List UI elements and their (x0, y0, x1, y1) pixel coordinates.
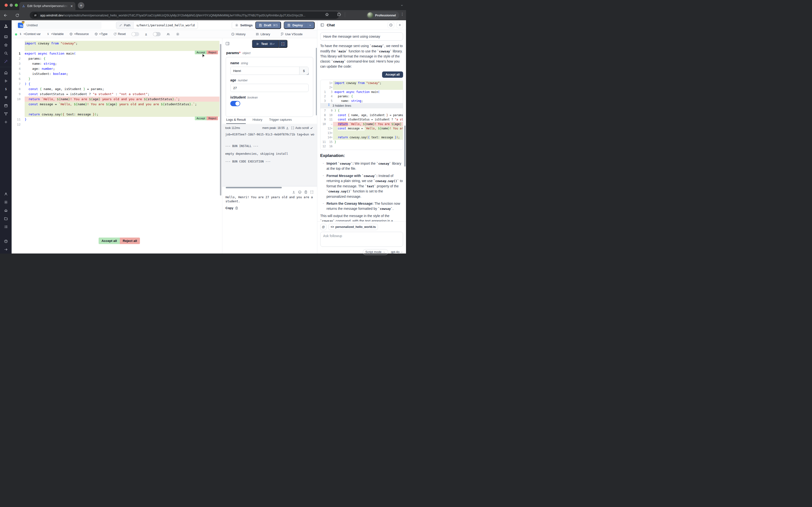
check-icon (310, 126, 313, 130)
name-input[interactable]: Henri$ (230, 67, 309, 75)
windmill-logo[interactable] (2, 22, 10, 30)
browser-profile-chip[interactable]: Professionnel (366, 11, 399, 19)
hidden-lines-row[interactable]: 3 hidden lines (320, 103, 403, 108)
browser-menu-icon[interactable]: ⋮ (400, 12, 404, 16)
mention-button[interactable]: @ (320, 224, 326, 230)
collapse-sidebar-icon[interactable] (2, 245, 10, 253)
chat-history-button[interactable] (388, 22, 394, 28)
chat-messages[interactable]: Have the message sent using cowsay To ha… (317, 30, 406, 221)
deploy-button[interactable]: Deploy (284, 21, 315, 29)
toolbar-history[interactable]: History (231, 32, 246, 36)
accept-hunk-button[interactable]: Accept (195, 116, 207, 120)
toolbar-variable[interactable]: $+Variable (46, 32, 63, 36)
accept-all-button[interactable]: Accept all (99, 237, 120, 244)
info-icon[interactable] (298, 190, 302, 194)
followup-input[interactable] (320, 232, 403, 247)
settings-button[interactable]: Settings (232, 21, 256, 29)
variables-icon[interactable]: $ (2, 85, 10, 93)
traffic-light-zoom[interactable] (15, 4, 18, 7)
toolbar-use-vscode[interactable]: Use VScode (280, 32, 303, 36)
avatar (367, 12, 373, 18)
age-input[interactable]: 27 (230, 84, 309, 92)
toolbar-contextvar[interactable]: $+Context var (19, 32, 41, 36)
code-icon: <> (331, 225, 334, 229)
path-field[interactable]: Path u/henri/personalized_hello_world (116, 21, 198, 29)
browser-tab[interactable]: Edit Script u/henri/personalized_hello_w… (19, 2, 75, 10)
capture-mode-button[interactable] (278, 40, 287, 48)
model-select[interactable]: gpt-4o (391, 250, 403, 253)
code-editor[interactable]: import cowsay from "cowsay";1export asyn… (12, 38, 222, 253)
audit-logs-icon[interactable] (2, 223, 10, 231)
favorites-icon[interactable] (2, 41, 10, 49)
add-icon[interactable] (2, 118, 10, 126)
workers-icon[interactable] (2, 207, 10, 214)
close-tab-icon[interactable]: ✕ (70, 4, 73, 8)
copy-result-button[interactable]: Copy (225, 206, 238, 210)
toolbar-resource[interactable]: +Resource (69, 32, 89, 36)
reload-icon[interactable] (15, 13, 19, 17)
script-title-input[interactable]: Untitled (27, 23, 38, 27)
traffic-light-minimize[interactable] (10, 4, 13, 7)
collapse-chat-icon[interactable] (320, 23, 324, 27)
download-result-icon[interactable] (292, 190, 296, 194)
search-icon[interactable] (2, 49, 10, 57)
ai-builder-icon[interactable] (2, 57, 10, 65)
tab-logs---result[interactable]: Logs & Result (226, 118, 246, 124)
autoscroll-label[interactable]: Auto scroll (295, 126, 309, 130)
chat-scrollbar[interactable] (404, 125, 406, 167)
collapse-panel-icon[interactable] (225, 41, 230, 46)
line-number (12, 46, 24, 51)
diff-mode-toggle[interactable] (132, 32, 139, 36)
new-chat-button[interactable] (397, 22, 403, 28)
tab-search-icon[interactable] (400, 3, 404, 7)
script-title-box[interactable]: TS🤠 Untitled (15, 21, 101, 29)
runs-icon[interactable] (2, 77, 10, 85)
horizontal-scrollbar[interactable] (226, 187, 282, 188)
field-label: namestring (230, 61, 309, 65)
save-draft-button[interactable]: Draft⌘S (255, 21, 281, 29)
settings-icon[interactable] (2, 198, 10, 206)
field-label: isStudentboolean (230, 95, 309, 99)
context-file-chip[interactable]: <>personalized_hello_world.ts (328, 224, 378, 230)
reject-all-button[interactable]: Reject all (120, 237, 140, 244)
home-icon[interactable] (2, 69, 10, 76)
apps-icon[interactable] (2, 33, 10, 41)
schedules-icon[interactable] (2, 102, 10, 109)
panel-scrollbar[interactable] (316, 48, 317, 115)
editor-settings-icon[interactable] (176, 32, 180, 36)
toolbar-reset[interactable]: Reset (113, 32, 126, 36)
flows-icon[interactable] (2, 110, 10, 118)
gear-icon (235, 23, 239, 27)
resources-icon[interactable] (2, 94, 10, 101)
deploy-dropdown[interactable] (306, 22, 314, 29)
bookmark-star-icon[interactable] (325, 12, 329, 17)
mode-select[interactable]: Script mode (363, 249, 388, 253)
folders-icon[interactable] (2, 215, 10, 222)
reject-hunk-button[interactable]: Reject (207, 50, 218, 54)
field-label: agenumber (230, 78, 309, 82)
back-icon[interactable] (3, 13, 8, 17)
url-bar[interactable]: app.windmill.dev/scripts/edit/u/henri/pe… (30, 12, 339, 19)
toolbar-library[interactable]: Library (256, 32, 270, 36)
new-tab-button[interactable]: + (78, 2, 84, 9)
traffic-light-close[interactable] (5, 4, 8, 7)
expand-logs-icon[interactable] (291, 126, 294, 130)
chat-accept-all-button[interactable]: Accept all (382, 71, 403, 78)
user-icon[interactable] (2, 190, 10, 198)
extensions-icon[interactable] (337, 12, 341, 17)
diff-row: 810 const { name, age, isStudent } = par… (320, 113, 403, 118)
tab-history[interactable]: History (253, 118, 262, 124)
reject-hunk-button[interactable]: Reject (207, 116, 218, 120)
editor-scrollbar[interactable] (220, 44, 221, 195)
help-icon[interactable] (2, 237, 10, 245)
tab-trigger-captures[interactable]: Trigger captures (269, 118, 292, 124)
site-settings-icon[interactable] (33, 12, 38, 18)
test-button[interactable]: Test⌘↵ (252, 40, 279, 48)
boolean-toggle[interactable] (230, 101, 240, 106)
expand-result-icon[interactable] (310, 190, 314, 194)
clipboard-icon[interactable] (304, 190, 308, 194)
line-number: 9 (12, 92, 24, 97)
multiplayer-toggle[interactable] (153, 32, 161, 36)
download-logs-icon[interactable] (286, 126, 289, 130)
toolbar-type[interactable]: +Type (95, 32, 107, 36)
